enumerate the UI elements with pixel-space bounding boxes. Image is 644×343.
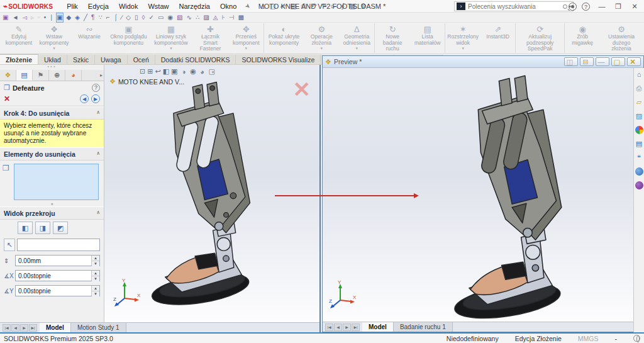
- section-plane-3-icon[interactable]: ◩: [53, 222, 68, 234]
- angle-tool-icon[interactable]: ◊: [142, 13, 145, 22]
- spin-down-icon[interactable]: ▼: [92, 276, 99, 281]
- select-arrow-icon[interactable]: ◄: [12, 13, 18, 22]
- reference-icon[interactable]: ◇: [126, 13, 131, 22]
- ribbon-button[interactable]: ↻ Nowe badanie ruchu: [375, 23, 410, 53]
- menu-item[interactable]: Edycja: [83, 1, 114, 11]
- 3dexperience-icon[interactable]: [635, 167, 643, 176]
- section-view-header[interactable]: Widok przekroju ∧: [0, 206, 104, 220]
- preview-titlebar[interactable]: ❖ Preview * ◫⊟—▢✕: [323, 56, 643, 68]
- restore-button[interactable]: ❐: [610, 3, 626, 11]
- close-button[interactable]: ✕: [627, 57, 641, 66]
- tab-nav-icon[interactable]: ◀: [11, 324, 19, 332]
- exploded-line-icon[interactable]: ◬: [213, 13, 218, 22]
- corner-tool-icon[interactable]: ⌐: [106, 13, 110, 22]
- diagonal-tool-icon[interactable]: ∕: [121, 13, 123, 22]
- mate-tool-icon[interactable]: ¶: [91, 13, 94, 22]
- smart-dim-icon[interactable]: ∵: [98, 13, 102, 22]
- displaymanager-tab[interactable]: ◕: [65, 70, 82, 81]
- marketplace-icon[interactable]: [635, 181, 643, 189]
- ribbon-button[interactable]: ✎ Edytuj komponent: [1, 23, 36, 53]
- point-tool-icon[interactable]: •: [44, 13, 47, 22]
- graphics-viewport-left[interactable]: ⊡⊞↩◧▣▾◑▾◉▾◕▾▢▾ ❖ MOTO KNEE AND V... ✕: [104, 65, 319, 322]
- shaded-view-icon[interactable]: ▣: [57, 13, 62, 22]
- search-input[interactable]: [468, 3, 562, 10]
- command-search[interactable]: › ▾: [454, 1, 574, 11]
- collapse-icon[interactable]: ∧: [96, 110, 100, 117]
- ribbon-button[interactable]: ⚙ Operacje złożenia ▾: [304, 23, 339, 53]
- pin-right-icon[interactable]: ⊣: [229, 13, 235, 22]
- next-step-button[interactable]: ▶: [91, 94, 100, 103]
- cancel-selection-icon[interactable]: ✕: [293, 80, 311, 99]
- ribbon-button[interactable]: ◐ Pokaż ukryte komponenty: [264, 23, 304, 53]
- prosthetic-leg-model-original[interactable]: [141, 76, 264, 315]
- section-view-icon[interactable]: ◧: [163, 67, 166, 76]
- view-settings-icon[interactable]: ▢▾: [208, 67, 214, 76]
- custom-properties-icon[interactable]: ▤: [635, 140, 643, 148]
- tile-vertical-button[interactable]: ◫: [564, 57, 578, 66]
- design-library-icon[interactable]: ▱: [635, 98, 643, 106]
- spin-down-icon[interactable]: ▼: [92, 291, 99, 296]
- prosthetic-leg-model-defeatured[interactable]: [442, 69, 577, 322]
- ribbon-button[interactable]: ∆ Geometria odniesienia ▾: [339, 23, 375, 53]
- ribbon-button[interactable]: ▣ Okno podglądu komponentu: [107, 23, 150, 53]
- ribbon-button[interactable]: ✥ Przenieś komponent ▾: [229, 23, 264, 53]
- panel-flyout-arrow[interactable]: ▸: [100, 70, 104, 81]
- file-explorer-icon[interactable]: ▨: [635, 112, 643, 120]
- spin-up-icon[interactable]: ▲: [92, 286, 99, 291]
- forum-icon[interactable]: ❝: [635, 154, 643, 162]
- elements-section-header[interactable]: Elementy do usunięcia ∧: [0, 147, 104, 160]
- pin-left-icon[interactable]: ⊦: [221, 13, 225, 22]
- measure-icon[interactable]: ▭: [158, 13, 164, 22]
- close-button[interactable]: ✕: [626, 3, 643, 11]
- display-style-icon[interactable]: ◑▾: [182, 68, 185, 76]
- command-tab[interactable]: Oceń: [128, 55, 155, 64]
- step-section-header[interactable]: Krok 4: Do usunięcia ∧: [0, 106, 104, 120]
- previous-step-button[interactable]: ◀: [80, 94, 89, 103]
- search-icon[interactable]: [563, 4, 567, 9]
- ribbon-button[interactable]: ▤ Lista materiałów: [410, 23, 445, 53]
- check-tool-icon[interactable]: ✓: [149, 13, 154, 22]
- box-select-icon[interactable]: ▣: [3, 13, 8, 22]
- tab-nav-icon[interactable]: ▶: [20, 324, 28, 332]
- menu-item[interactable]: Okno: [215, 1, 242, 11]
- ribbon-button[interactable]: ▦ Liniowy szyk komponentów ▾: [150, 23, 192, 53]
- offset-distance-field[interactable]: 0.00mm ▲▼: [15, 255, 100, 266]
- rotation-y-field[interactable]: 0.00stopnie ▲▼: [15, 285, 100, 296]
- pick-plane-icon[interactable]: ↖: [4, 239, 15, 251]
- zoom-fit-icon[interactable]: ⊡: [140, 67, 142, 76]
- collapse-icon[interactable]: ∧: [96, 210, 100, 217]
- axis-tool-icon[interactable]: ∣: [50, 13, 53, 22]
- tab-nav-icon[interactable]: |◀: [3, 324, 11, 332]
- section-plane-1-icon[interactable]: ◧: [18, 222, 33, 234]
- line-tool-icon[interactable]: ╱: [84, 13, 87, 22]
- command-tab[interactable]: Złożenie: [0, 54, 38, 64]
- assembly-icon[interactable]: ◈: [75, 13, 80, 22]
- ribbon-button[interactable]: ❖ Wstaw komponenty ▾: [36, 23, 72, 53]
- deselect-icon[interactable]: ▫: [38, 13, 40, 22]
- spin-down-icon[interactable]: ▼: [92, 261, 99, 266]
- component-icon[interactable]: ◆: [67, 13, 72, 22]
- propertymanager-tab[interactable]: ▤: [16, 70, 33, 81]
- help-icon[interactable]: ?: [92, 84, 100, 92]
- display-settings-icon[interactable]: ▩: [238, 13, 243, 22]
- configurationmanager-tab[interactable]: ⚑: [33, 70, 49, 81]
- zoom-area-icon[interactable]: ⊞: [147, 67, 150, 76]
- ribbon-button[interactable]: ✚ Łącznik Smart Fastener: [192, 23, 229, 53]
- featuremanager-tab[interactable]: ❖: [0, 70, 16, 81]
- camera-tool-icon[interactable]: ▨: [203, 13, 209, 22]
- tile-horizontal-button[interactable]: ⊟: [580, 57, 594, 66]
- motion-tool-icon[interactable]: ∴: [196, 13, 199, 22]
- pin-menu-icon[interactable]: ➤: [244, 2, 252, 11]
- ribbon-button[interactable]: ✶ Rozstrzelony widok ▾: [445, 23, 480, 53]
- edit-appearance-icon[interactable]: ◕▾: [200, 68, 203, 76]
- cancel-button[interactable]: ✕: [4, 94, 10, 103]
- menu-item[interactable]: Widok: [114, 1, 143, 11]
- command-tab[interactable]: SOLIDWORKS Visualize: [236, 55, 321, 64]
- command-tab[interactable]: Szkic: [67, 55, 95, 64]
- hide-show-items-icon[interactable]: ◉▾: [190, 67, 195, 76]
- mass-props-icon[interactable]: ◉: [167, 13, 173, 22]
- units-indicator[interactable]: MMGS: [578, 335, 599, 342]
- minimize-button[interactable]: —: [596, 57, 609, 66]
- document-tab[interactable]: Model: [40, 323, 71, 332]
- lasso-select-icon[interactable]: ◅: [22, 13, 27, 22]
